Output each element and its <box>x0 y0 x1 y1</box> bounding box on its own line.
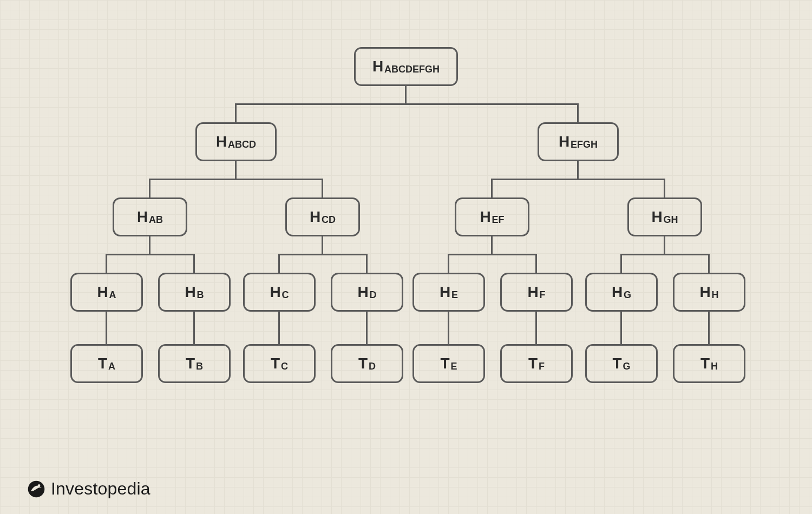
node-label-sub: A <box>108 361 115 372</box>
node-label-main: H <box>185 284 195 301</box>
node-label-main: H <box>270 284 280 301</box>
connector <box>577 103 579 122</box>
connector <box>535 312 537 344</box>
connector <box>235 103 237 122</box>
node-label-main: H <box>216 133 227 150</box>
connector <box>620 254 622 273</box>
node-label-main: T <box>98 355 107 372</box>
node-label-main: T <box>271 355 280 372</box>
investopedia-logo-icon <box>27 480 45 498</box>
node-tx-a: T A <box>70 344 143 383</box>
node-label-sub: G <box>623 361 631 372</box>
connector <box>278 254 368 255</box>
node-label-sub: D <box>369 361 376 372</box>
node-label-sub: GH <box>664 214 678 226</box>
connector <box>448 254 449 273</box>
node-hash-efgh: H EFGH <box>538 122 619 161</box>
node-label-main: T <box>186 355 195 372</box>
node-label-sub: H <box>711 361 718 372</box>
node-label-main: H <box>97 284 108 301</box>
node-label-main: T <box>358 355 368 372</box>
node-label-main: H <box>699 284 710 301</box>
node-tx-d: T D <box>331 344 403 383</box>
node-label-sub: AB <box>149 214 163 226</box>
node-label-main: T <box>528 355 538 372</box>
node-tx-c: T C <box>243 344 316 383</box>
node-tx-h: T H <box>673 344 745 383</box>
node-label-main: H <box>612 284 623 301</box>
node-label-main: H <box>310 208 320 226</box>
node-hash-d: H D <box>331 273 403 312</box>
node-hash-b: H B <box>158 273 231 312</box>
node-label-sub: ABCDEFGH <box>384 64 440 75</box>
brand: Investopedia <box>27 479 150 499</box>
node-hash-a: H A <box>70 273 143 312</box>
connector <box>106 312 107 344</box>
node-label-sub: E <box>451 361 457 372</box>
node-label-sub: C <box>282 289 289 301</box>
node-label-sub: H <box>712 289 719 301</box>
connector <box>664 236 665 254</box>
node-label-sub: A <box>109 289 116 301</box>
brand-text: Investopedia <box>51 479 150 499</box>
connector <box>708 254 710 273</box>
connector <box>577 161 579 179</box>
connector <box>278 254 280 273</box>
connector <box>149 179 323 180</box>
connector <box>193 254 195 273</box>
node-tx-e: T E <box>412 344 485 383</box>
node-hash-ef: H EF <box>455 197 529 236</box>
node-label-sub: D <box>370 289 377 301</box>
node-label-main: H <box>651 208 662 226</box>
connector <box>491 179 665 180</box>
node-label-sub: F <box>540 289 546 301</box>
node-tx-b: T B <box>158 344 231 383</box>
node-label-main: T <box>700 355 710 372</box>
node-label-main: H <box>357 284 368 301</box>
connector <box>405 86 407 103</box>
node-label-sub: F <box>539 361 545 372</box>
connector <box>708 312 710 344</box>
node-label-sub: E <box>451 289 458 301</box>
connector <box>620 312 622 344</box>
connector <box>322 179 323 197</box>
node-label-main: H <box>137 208 148 226</box>
connector <box>366 254 368 273</box>
node-label-sub: C <box>281 361 288 372</box>
node-hash-e: H E <box>412 273 485 312</box>
node-label-sub: B <box>197 289 204 301</box>
connector <box>278 312 280 344</box>
connector <box>322 236 323 254</box>
connector <box>235 161 237 179</box>
node-label-main: H <box>527 284 538 301</box>
connector <box>491 179 493 197</box>
node-label-main: H <box>372 58 383 75</box>
connector <box>448 254 537 255</box>
node-label-sub: CD <box>322 214 336 226</box>
node-label-main: T <box>440 355 449 372</box>
node-hash-abcd: H ABCD <box>195 122 277 161</box>
node-root-hash: H ABCDEFGH <box>354 47 458 86</box>
node-label-main: H <box>559 133 569 150</box>
connector <box>149 236 150 254</box>
connector <box>664 179 665 197</box>
connector <box>366 312 368 344</box>
node-tx-f: T F <box>500 344 573 383</box>
connector <box>149 179 150 197</box>
node-hash-g: H G <box>585 273 658 312</box>
node-hash-ab: H AB <box>113 197 187 236</box>
node-hash-c: H C <box>243 273 316 312</box>
node-hash-h: H H <box>673 273 745 312</box>
node-hash-cd: H CD <box>285 197 360 236</box>
node-tx-g: T G <box>585 344 658 383</box>
connector <box>235 103 579 105</box>
svg-point-1 <box>38 484 40 486</box>
connector <box>193 312 195 344</box>
node-label-sub: ABCD <box>228 139 256 150</box>
connector <box>106 254 195 255</box>
connector <box>620 254 710 255</box>
node-label-main: H <box>440 284 450 301</box>
connector <box>491 236 493 254</box>
node-label-sub: EF <box>492 214 505 226</box>
connector <box>535 254 537 273</box>
